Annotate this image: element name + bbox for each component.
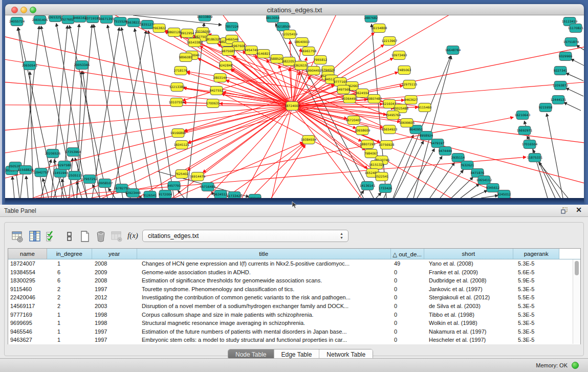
network-node[interactable]: 1700631 bbox=[206, 99, 220, 108]
table-row[interactable]: 977716911998Corpus callosum shape and si… bbox=[8, 311, 580, 319]
network-node[interactable]: 9215958 bbox=[539, 103, 553, 112]
citation-edge[interactable] bbox=[461, 184, 479, 198]
network-node[interactable]: 8958924 bbox=[420, 132, 433, 140]
citation-edge-selected[interactable] bbox=[271, 145, 306, 198]
network-node[interactable]: 10756928 bbox=[379, 141, 395, 149]
network-node[interactable]: 17016504 bbox=[522, 140, 538, 149]
network-node[interactable]: 6497568 bbox=[337, 85, 351, 94]
network-node[interactable]: 12213967 bbox=[382, 37, 398, 46]
column-header-pagerank[interactable]: pagerank bbox=[513, 249, 559, 259]
network-node[interactable]: 12325419 bbox=[282, 30, 298, 39]
network-node[interactable]: 15692971 bbox=[517, 126, 533, 135]
citation-edge[interactable] bbox=[471, 190, 487, 198]
network-node[interactable]: 17353964 bbox=[66, 148, 81, 157]
column-settings-icon[interactable] bbox=[11, 230, 24, 243]
table-selector-dropdown[interactable]: citations_edges.txt ▲▼ bbox=[142, 230, 349, 242]
citation-edge[interactable] bbox=[376, 193, 381, 198]
citation-edge-selected[interactable] bbox=[203, 106, 292, 172]
network-node[interactable]: 12942757 bbox=[33, 168, 49, 177]
citation-edge-selected[interactable] bbox=[5, 106, 292, 179]
network-node[interactable]: 2718176 bbox=[174, 67, 188, 75]
citation-edge[interactable] bbox=[148, 31, 174, 198]
network-node[interactable]: 16033809 bbox=[197, 15, 213, 21]
network-node[interactable]: 9242848 bbox=[219, 61, 233, 70]
citation-edge-selected[interactable] bbox=[185, 106, 292, 132]
network-node[interactable]: 24055724 bbox=[9, 17, 25, 26]
network-node[interactable]: 9457791 bbox=[167, 182, 181, 190]
table-row[interactable]: 946554611997Estimation of the future num… bbox=[8, 327, 580, 336]
network-node[interactable]: 2803144 bbox=[213, 74, 227, 82]
network-node[interactable]: 9634512 bbox=[214, 190, 228, 199]
citation-edge[interactable] bbox=[94, 25, 123, 198]
column-header-in_degree[interactable]: in_degree bbox=[47, 249, 92, 259]
network-node[interactable]: 8860128 bbox=[167, 28, 181, 37]
row-height-icon[interactable] bbox=[63, 230, 76, 243]
network-node[interactable]: 18640910 bbox=[294, 38, 310, 47]
column-header-out_de[interactable]: △ out_de... bbox=[391, 249, 424, 259]
network-node[interactable]: 9329966 bbox=[559, 52, 573, 61]
network-node[interactable]: 9896081 bbox=[179, 53, 193, 62]
network-node[interactable]: 10807487 bbox=[366, 95, 382, 103]
table-row[interactable]: 1830029562008Estimation of significance … bbox=[8, 276, 580, 285]
function-builder-icon[interactable]: f(x) bbox=[127, 231, 141, 245]
network-node[interactable]: 11170821 bbox=[568, 24, 584, 33]
network-node[interactable]: 7632621 bbox=[461, 161, 474, 170]
network-node[interactable]: 16720407 bbox=[346, 116, 362, 125]
network-node[interactable]: 7955812 bbox=[314, 56, 328, 64]
network-node[interactable]: 16151321 bbox=[369, 161, 385, 169]
network-window-titlebar[interactable]: citations_edges.txt bbox=[5, 4, 584, 15]
citation-edge[interactable] bbox=[30, 72, 33, 198]
citation-edge[interactable] bbox=[121, 28, 154, 198]
table-row[interactable]: 946362711997Embryonic stem cells: a mode… bbox=[8, 336, 580, 344]
network-node[interactable]: 9245012 bbox=[497, 190, 511, 199]
network-node[interactable]: 19384554 bbox=[301, 136, 317, 144]
network-node[interactable]: 16543382 bbox=[187, 38, 203, 47]
network-node[interactable]: 7485063 bbox=[398, 66, 411, 75]
column-header-short[interactable]: short bbox=[424, 249, 514, 259]
citation-edge-selected[interactable] bbox=[241, 106, 292, 198]
citation-edge[interactable] bbox=[547, 114, 563, 198]
new-table-icon[interactable] bbox=[78, 230, 92, 243]
network-node[interactable]: 18186328 bbox=[205, 35, 221, 44]
network-node[interactable]: 19166891 bbox=[170, 129, 186, 138]
citation-edge-selected[interactable] bbox=[292, 72, 299, 106]
network-node[interactable]: 20053346 bbox=[74, 61, 90, 70]
network-node[interactable]: 10658609 bbox=[355, 126, 371, 135]
table-row[interactable]: 1456911722003Disruption of a novel membe… bbox=[8, 302, 580, 311]
citation-edge[interactable] bbox=[12, 177, 14, 198]
network-node[interactable]: 20206526 bbox=[45, 149, 61, 158]
network-node[interactable]: 9463627 bbox=[404, 96, 418, 104]
network-node[interactable]: 20650541 bbox=[22, 61, 38, 70]
citation-edge[interactable] bbox=[571, 59, 584, 67]
network-node[interactable]: 8813054 bbox=[266, 15, 280, 23]
network-node[interactable]: 12923448 bbox=[125, 189, 141, 198]
network-node[interactable]: 8427552 bbox=[210, 86, 224, 95]
network-node[interactable]: 20364456 bbox=[342, 95, 358, 103]
network-node[interactable]: 10958107 bbox=[97, 179, 113, 188]
citation-edge-selected[interactable] bbox=[231, 69, 292, 106]
citation-edge[interactable] bbox=[135, 29, 164, 198]
network-node[interactable]: 16671355 bbox=[99, 15, 115, 24]
show-columns-icon[interactable] bbox=[28, 230, 41, 243]
network-node[interactable]: 16961758 bbox=[301, 47, 317, 56]
network-node[interactable]: 10654112 bbox=[476, 176, 492, 185]
table-row[interactable]: 1938455462009Genome-wide association stu… bbox=[8, 268, 580, 277]
citation-edge-selected[interactable] bbox=[5, 106, 292, 154]
column-header-name[interactable]: name bbox=[8, 249, 47, 259]
column-header-year[interactable]: year bbox=[92, 249, 137, 259]
network-node[interactable]: 8126541 bbox=[143, 191, 157, 199]
citation-edge[interactable] bbox=[566, 73, 583, 81]
network-node[interactable]: 12975115 bbox=[402, 80, 418, 89]
table-row[interactable]: 911546021997Tourette syndrome. Phenomeno… bbox=[8, 285, 580, 294]
network-node[interactable]: 2935114 bbox=[451, 154, 465, 162]
network-hub-node[interactable]: 18724007 bbox=[285, 102, 300, 111]
network-node[interactable]: 9227341 bbox=[554, 67, 568, 75]
float-panel-icon[interactable] bbox=[560, 207, 569, 215]
table-row[interactable]: 1872400712008Changes of HCN gene express… bbox=[8, 259, 580, 268]
network-node[interactable]: 10699605 bbox=[399, 119, 415, 127]
citation-edge[interactable] bbox=[16, 172, 19, 198]
network-node[interactable]: 12444131 bbox=[551, 96, 567, 104]
citation-edge-selected[interactable] bbox=[187, 106, 292, 170]
network-node[interactable]: 9345612 bbox=[486, 184, 500, 192]
citation-edge-selected[interactable] bbox=[5, 105, 292, 106]
